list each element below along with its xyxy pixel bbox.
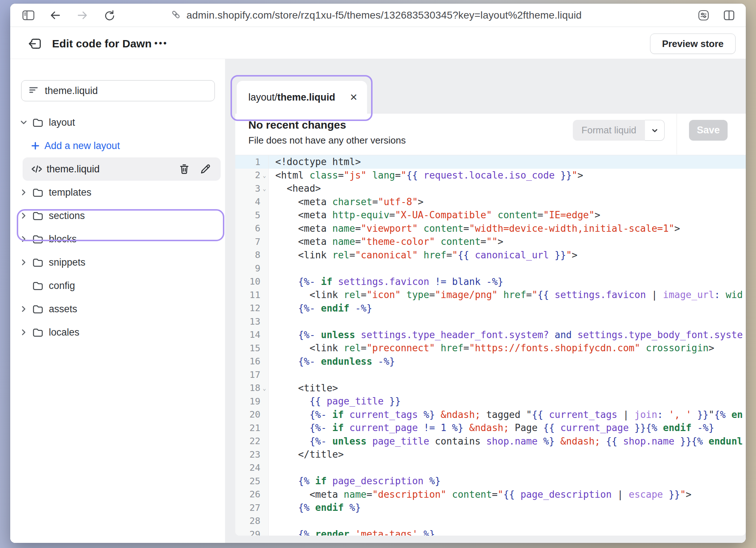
code-line[interactable]: 5 <meta http-equiv="X-UA-Compatible" con… xyxy=(235,208,746,222)
code-line[interactable]: 24 xyxy=(235,461,746,475)
code-line-text[interactable]: {%- if current_tags %} &ndash; tagged "{… xyxy=(269,408,743,422)
code-line[interactable]: 22 {%- unless page_title contains shop.n… xyxy=(235,435,746,448)
chevron-right-icon[interactable] xyxy=(19,234,28,244)
sidebar-item-locales[interactable]: locales xyxy=(10,321,225,344)
code-line-text[interactable]: <meta http-equiv="X-UA-Compatible" conte… xyxy=(269,208,600,222)
fold-toggle-icon[interactable]: ⌄ xyxy=(260,172,268,179)
code-line-text[interactable]: <!doctype html> xyxy=(269,155,361,169)
code-line[interactable]: 19 {{ page_title }} xyxy=(235,395,746,408)
code-line-text[interactable] xyxy=(269,514,275,528)
chevron-down-icon[interactable] xyxy=(19,118,28,127)
sidebar-item-add-a-new-layout[interactable]: Add a new layout xyxy=(10,134,225,157)
code-line-text[interactable]: <link rel="icon" type="image/png" href="… xyxy=(269,288,743,302)
close-tab-icon[interactable]: ✕ xyxy=(350,93,358,102)
code-line[interactable]: 13 xyxy=(235,315,746,328)
code-line[interactable]: 25 {% if page_description %} xyxy=(235,474,746,488)
code-line-text[interactable]: {% if page_description %} xyxy=(269,474,441,488)
code-line-text[interactable]: {{ page_title }} xyxy=(269,395,401,408)
format-dropdown-button[interactable] xyxy=(645,120,665,141)
delete-icon[interactable] xyxy=(178,163,190,175)
exit-editor-icon[interactable] xyxy=(27,36,43,52)
code-line[interactable]: 1<!doctype html> xyxy=(235,155,746,169)
code-line-text[interactable]: {%- if settings.favicon != blank -%} xyxy=(269,275,503,289)
code-line[interactable]: 20 {%- if current_tags %} &ndash; tagged… xyxy=(235,408,746,422)
code-line-text[interactable]: <html class="js" lang="{{ request.locale… xyxy=(269,169,583,182)
code-line-text[interactable]: {%- unless page_title contains shop.name… xyxy=(269,435,743,448)
code-line-text[interactable]: {% endif %} xyxy=(269,501,361,514)
code-line[interactable]: 28 xyxy=(235,514,746,528)
code-line[interactable]: 15 <link rel="preconnect" href="https://… xyxy=(235,341,746,355)
chevron-right-icon[interactable] xyxy=(19,211,28,220)
code-line-text[interactable]: <meta name="theme-color" content=""> xyxy=(269,235,503,248)
code-line[interactable]: 23 </title> xyxy=(235,448,746,461)
sidebar-item-sections[interactable]: sections xyxy=(10,204,225,227)
sidebar-item-snippets[interactable]: snippets xyxy=(10,251,225,274)
sidebar-item-config[interactable]: config xyxy=(10,274,225,297)
code-line[interactable]: 27 {% endif %} xyxy=(235,501,746,514)
save-button[interactable]: Save xyxy=(689,120,728,141)
search-input[interactable] xyxy=(45,85,208,97)
code-line-text[interactable]: {%- endif -%} xyxy=(269,302,372,315)
code-line[interactable]: 26 <meta name="description" content="{{ … xyxy=(235,488,746,501)
code-line[interactable]: 16 {%- endunless -%} xyxy=(235,355,746,368)
code-line-text[interactable] xyxy=(269,262,275,275)
page-settings-icon[interactable] xyxy=(696,7,712,23)
code-line-text[interactable] xyxy=(269,461,275,475)
fold-toggle-icon[interactable]: ⌄ xyxy=(260,385,268,392)
code-line[interactable]: 4 <meta charset="utf-8"> xyxy=(235,195,746,209)
code-line-text[interactable]: <meta name="viewport" content="width=dev… xyxy=(269,222,680,235)
code-line[interactable]: 12 {%- endif -%} xyxy=(235,302,746,315)
code-line[interactable]: 8 <link rel="canonical" href="{{ canonic… xyxy=(235,248,746,262)
code-line-text[interactable]: <head> xyxy=(269,182,321,195)
overflow-menu-icon[interactable]: ••• xyxy=(154,35,168,51)
code-line-text[interactable]: {%- unless settings.type_header_font.sys… xyxy=(269,328,743,342)
code-line[interactable]: 21 {%- if current_page != 1 %} &ndash; P… xyxy=(235,421,746,435)
rename-icon[interactable] xyxy=(200,163,211,175)
code-line[interactable]: 9 xyxy=(235,262,746,275)
code-line-text[interactable]: <title> xyxy=(269,381,338,395)
code-line-text[interactable]: <meta name="description" content="{{ pag… xyxy=(269,488,692,501)
code-line[interactable]: 11 <link rel="icon" type="image/png" hre… xyxy=(235,288,746,302)
file-search[interactable] xyxy=(21,80,215,101)
code-line[interactable]: 29 {% render 'meta-tags' %} xyxy=(235,528,746,536)
code-line-text[interactable] xyxy=(269,368,275,381)
sidebar-item-layout[interactable]: layout xyxy=(10,111,225,134)
code-line-text[interactable]: {% render 'meta-tags' %} xyxy=(269,528,435,536)
chevron-right-icon[interactable] xyxy=(19,258,28,267)
fold-toggle-icon[interactable]: ⌄ xyxy=(260,185,268,192)
code-line[interactable]: 14 {%- unless settings.type_header_font.… xyxy=(235,328,746,342)
chevron-right-icon[interactable] xyxy=(19,304,28,314)
code-line-text[interactable]: {%- endunless -%} xyxy=(269,355,395,368)
chevron-right-icon[interactable] xyxy=(19,328,28,337)
code-line[interactable]: 17 xyxy=(235,368,746,381)
code-line[interactable]: 10 {%- if settings.favicon != blank -%} xyxy=(235,275,746,289)
sidebar-toggle-icon[interactable] xyxy=(20,7,36,23)
code-line[interactable]: 7 <meta name="theme-color" content=""> xyxy=(235,235,746,248)
split-view-icon[interactable] xyxy=(721,7,737,23)
reload-icon[interactable] xyxy=(101,7,117,23)
sidebar-item-blocks[interactable]: blocks xyxy=(10,227,225,251)
back-icon[interactable] xyxy=(47,7,63,23)
code-line-text[interactable]: {%- if current_page != 1 %} &ndash; Page… xyxy=(269,421,714,435)
chevron-right-icon[interactable] xyxy=(19,188,28,197)
code-line-text[interactable]: <link rel="preconnect" href="https://fon… xyxy=(269,341,714,355)
selected-file-row[interactable]: theme.liquid xyxy=(23,157,221,181)
code-line-text[interactable] xyxy=(269,315,275,328)
code-editor[interactable]: 1<!doctype html>2⌄<html class="js" lang=… xyxy=(235,155,746,536)
tab-theme-liquid[interactable]: layout/theme.liquid ✕ xyxy=(237,81,367,114)
url-text[interactable]: admin.shopify.com/store/rzq1xu-f5/themes… xyxy=(186,9,582,21)
code-line[interactable]: 18⌄ <title> xyxy=(235,381,746,395)
format-liquid-label[interactable]: Format liquid xyxy=(573,120,645,141)
sidebar-item-assets[interactable]: assets xyxy=(10,297,225,321)
code-line[interactable]: 6 <meta name="viewport" content="width=d… xyxy=(235,222,746,235)
sidebar-item-theme-liquid[interactable]: theme.liquid xyxy=(10,157,225,181)
preview-store-button[interactable]: Preview store xyxy=(650,34,736,54)
sidebar-item-templates[interactable]: templates xyxy=(10,181,225,204)
code-line-text[interactable]: <link rel="canonical" href="{{ canonical… xyxy=(269,248,578,262)
code-line[interactable]: 3⌄ <head> xyxy=(235,182,746,195)
format-liquid-button[interactable]: Format liquid xyxy=(573,120,665,141)
forward-icon[interactable] xyxy=(74,7,90,23)
code-line-text[interactable]: <meta charset="utf-8"> xyxy=(269,195,424,209)
code-line-text[interactable]: </title> xyxy=(269,448,344,461)
code-line[interactable]: 2⌄<html class="js" lang="{{ request.loca… xyxy=(235,169,746,182)
